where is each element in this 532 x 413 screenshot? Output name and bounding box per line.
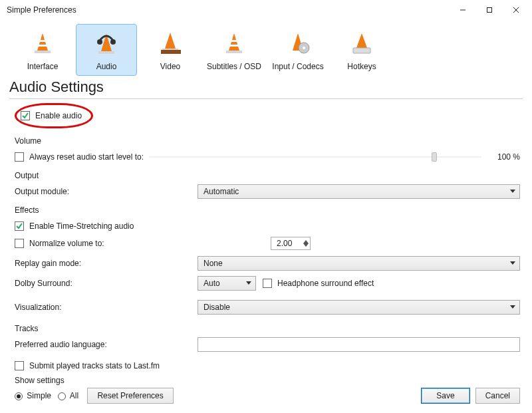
chevron-down-icon bbox=[303, 243, 309, 247]
radio-all-label: All bbox=[70, 391, 78, 400]
svg-marker-29 bbox=[510, 305, 515, 309]
timestretch-label: Enable Time-Stretching audio bbox=[29, 221, 134, 231]
tab-label: Interface bbox=[27, 62, 59, 71]
chevron-down-icon bbox=[510, 190, 515, 194]
headphone-checkbox[interactable] bbox=[263, 279, 272, 288]
dolby-label: Dolby Surround: bbox=[15, 279, 198, 288]
normalize-stepper[interactable]: 2.00 bbox=[271, 237, 311, 250]
chevron-down-icon bbox=[510, 305, 515, 309]
tracks-group: Tracks bbox=[15, 324, 520, 333]
tab-interface[interactable]: Interface bbox=[12, 24, 73, 76]
svg-marker-12 bbox=[165, 33, 176, 49]
cone-keyboard-icon bbox=[349, 31, 374, 56]
preferred-lang-label: Preferred audio language: bbox=[15, 340, 198, 349]
tab-audio[interactable]: Audio bbox=[76, 24, 137, 76]
chevron-down-icon bbox=[510, 261, 515, 265]
svg-rect-5 bbox=[35, 51, 51, 53]
select-value: None bbox=[203, 259, 223, 268]
effects-group: Effects bbox=[15, 206, 520, 215]
dolby-select[interactable]: Auto bbox=[198, 276, 256, 291]
normalize-checkbox[interactable] bbox=[15, 239, 24, 248]
tab-label: Subtitles / OSD bbox=[207, 62, 261, 71]
preferred-lang-input[interactable] bbox=[198, 337, 520, 352]
svg-rect-1 bbox=[487, 8, 492, 13]
svg-rect-7 bbox=[38, 45, 47, 47]
output-module-label: Output module: bbox=[15, 187, 198, 196]
lastfm-checkbox[interactable] bbox=[15, 361, 24, 370]
titlebar: Simple Preferences bbox=[0, 0, 532, 20]
lastfm-label: Submit played tracks stats to Last.fm bbox=[29, 361, 160, 370]
minimize-icon bbox=[460, 7, 466, 13]
tab-hotkeys[interactable]: Hotkeys bbox=[331, 24, 392, 76]
enable-audio-label: Enable audio bbox=[35, 111, 82, 120]
svg-point-11 bbox=[110, 39, 116, 45]
tab-label: Hotkeys bbox=[347, 62, 376, 71]
normalize-label: Normalize volume to: bbox=[29, 239, 198, 248]
save-button[interactable]: Save bbox=[421, 388, 469, 404]
maximize-icon bbox=[486, 7, 493, 13]
footer: Show settings Simple All Reset Preferenc… bbox=[0, 372, 532, 413]
visualization-select[interactable]: Disable bbox=[198, 300, 520, 315]
always-reset-checkbox[interactable] bbox=[15, 152, 24, 162]
select-value: Auto bbox=[203, 279, 220, 288]
tab-label: Input / Codecs bbox=[272, 62, 323, 71]
divider bbox=[9, 98, 523, 99]
chevron-down-icon bbox=[246, 281, 251, 285]
cone-icon bbox=[30, 31, 55, 56]
svg-rect-23 bbox=[353, 48, 370, 53]
enable-audio-checkbox[interactable] bbox=[21, 111, 30, 120]
window-buttons bbox=[450, 0, 529, 20]
volume-percent: 100 % bbox=[487, 152, 520, 162]
volume-group: Volume bbox=[15, 136, 520, 146]
page-title: Audio Settings bbox=[0, 76, 532, 97]
svg-marker-26 bbox=[303, 243, 309, 247]
maximize-button[interactable] bbox=[476, 0, 503, 20]
cancel-button[interactable]: Cancel bbox=[475, 388, 520, 404]
checkmark-icon bbox=[22, 112, 29, 119]
svg-point-10 bbox=[97, 39, 102, 45]
svg-marker-22 bbox=[356, 33, 367, 48]
minimize-button[interactable] bbox=[450, 0, 476, 20]
volume-slider[interactable] bbox=[149, 151, 481, 163]
headphone-label: Headphone surround effect bbox=[277, 279, 374, 288]
tab-subtitles[interactable]: Subtitles / OSD bbox=[203, 24, 265, 76]
timestretch-checkbox[interactable] bbox=[15, 221, 24, 231]
close-icon bbox=[513, 7, 519, 13]
checkmark-icon bbox=[16, 223, 23, 229]
replay-gain-select[interactable]: None bbox=[198, 256, 520, 271]
svg-marker-28 bbox=[246, 281, 251, 285]
visualization-label: Visualization: bbox=[15, 303, 198, 312]
tab-label: Audio bbox=[96, 62, 117, 71]
svg-marker-24 bbox=[510, 190, 515, 193]
window-title: Simple Preferences bbox=[7, 5, 76, 15]
svg-rect-16 bbox=[226, 51, 242, 53]
tab-video[interactable]: Video bbox=[140, 24, 201, 76]
cone-film-icon bbox=[157, 30, 184, 57]
radio-simple[interactable] bbox=[15, 392, 23, 400]
select-value: Automatic bbox=[203, 187, 239, 196]
close-button[interactable] bbox=[503, 0, 529, 20]
show-settings-label: Show settings bbox=[15, 376, 174, 385]
cone-icon bbox=[221, 31, 247, 56]
radio-all[interactable] bbox=[58, 392, 66, 400]
category-tabs: Interface Audio Video Subtitles / OSD In… bbox=[0, 20, 532, 76]
replay-gain-label: Replay gain mode: bbox=[15, 259, 198, 268]
cone-disc-icon bbox=[285, 31, 311, 56]
cone-headphones-icon bbox=[93, 30, 120, 57]
output-module-select[interactable]: Automatic bbox=[198, 184, 520, 199]
reset-preferences-button[interactable]: Reset Preferences bbox=[87, 388, 173, 404]
tab-label: Video bbox=[160, 62, 180, 71]
chevron-up-icon bbox=[303, 240, 309, 243]
svg-marker-27 bbox=[510, 261, 515, 265]
output-group: Output bbox=[15, 171, 520, 180]
svg-marker-25 bbox=[303, 240, 309, 243]
svg-rect-17 bbox=[231, 40, 237, 42]
slider-thumb[interactable] bbox=[432, 152, 437, 162]
radio-simple-label: Simple bbox=[27, 391, 51, 400]
svg-rect-18 bbox=[229, 45, 239, 47]
tab-input-codecs[interactable]: Input / Codecs bbox=[267, 24, 329, 76]
svg-rect-9 bbox=[98, 51, 114, 54]
svg-rect-6 bbox=[39, 40, 46, 42]
svg-point-21 bbox=[303, 47, 305, 49]
always-reset-label: Always reset audio start level to: bbox=[29, 152, 144, 162]
